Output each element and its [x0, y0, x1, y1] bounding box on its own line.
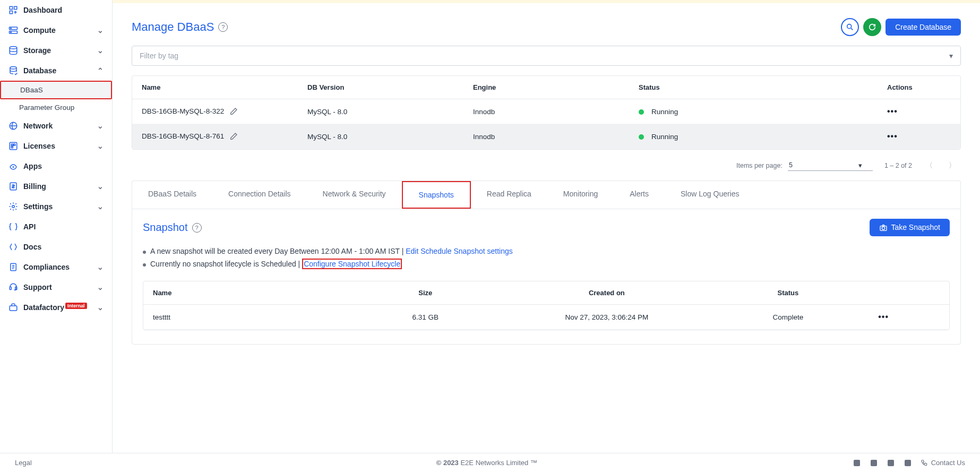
apps-icon: [8, 161, 18, 171]
sidebar-item-compute[interactable]: Compute ⌄: [0, 20, 112, 40]
take-snapshot-button[interactable]: Take Snapshot: [870, 219, 950, 236]
items-per-page-select[interactable]: 5 ▾: [788, 160, 873, 171]
datafactory-icon: [8, 303, 18, 312]
svg-rect-26: [888, 460, 894, 466]
sidebar-item-storage[interactable]: Storage ⌄: [0, 40, 112, 61]
filter-placeholder: Filter by tag: [140, 52, 178, 60]
row-actions-button[interactable]: •••: [887, 107, 898, 116]
tab-read-replica[interactable]: Read Replica: [471, 181, 547, 209]
sidebar: Dashboard Compute ⌄ Storage ⌄ Database ⌃…: [0, 0, 113, 472]
tab-snapshots[interactable]: Snapshots: [402, 181, 471, 209]
row-actions-button[interactable]: •••: [878, 312, 889, 321]
svg-point-16: [12, 205, 15, 208]
sidebar-item-docs[interactable]: Docs: [0, 237, 112, 257]
chevron-up-icon: ⌃: [97, 66, 104, 75]
svg-point-14: [13, 167, 14, 168]
snapshots-table: Name Size Created on Status testttt 6.31…: [143, 281, 949, 330]
sidebar-item-database[interactable]: Database ⌃: [0, 61, 112, 81]
tab-monitoring[interactable]: Monitoring: [547, 181, 614, 209]
svg-point-21: [847, 24, 852, 29]
chevron-down-icon: ⌄: [97, 263, 104, 271]
databases-table: Name DB Version Engine Status Actions DB…: [132, 76, 960, 149]
svg-rect-1: [14, 6, 17, 9]
table-row[interactable]: DBS-16GB-MySQL-8-322 MySQL - 8.0 Innodb …: [132, 99, 960, 124]
col-snap-created: Created on: [506, 281, 708, 305]
items-per-page-label: Items per page:: [736, 162, 783, 170]
filter-by-tag[interactable]: Filter by tag ▾: [132, 46, 961, 66]
configure-lifecycle-link[interactable]: Configure Snapshot Lifecycle: [302, 259, 402, 269]
edit-icon[interactable]: [229, 132, 238, 141]
refresh-button[interactable]: [863, 18, 881, 36]
sidebar-item-api[interactable]: API: [0, 217, 112, 237]
sidebar-item-label: Apps: [23, 162, 104, 170]
sidebar-sub-parameter-group[interactable]: Parameter Group: [0, 99, 112, 116]
sidebar-item-label: Support: [23, 283, 92, 291]
sidebar-item-label: API: [23, 222, 104, 231]
chevron-down-icon: ⌄: [97, 122, 104, 130]
svg-point-7: [10, 47, 17, 49]
facebook-icon[interactable]: [870, 459, 878, 467]
page-next-button[interactable]: 〉: [947, 161, 958, 170]
internal-badge: Internal: [65, 303, 87, 309]
edit-icon[interactable]: [229, 107, 238, 116]
tab-network-security[interactable]: Network & Security: [307, 181, 402, 209]
snapshot-panel: Snapshot ? Take Snapshot A new snapshot …: [132, 209, 961, 345]
api-icon: [8, 222, 18, 231]
col-engine: Engine: [463, 76, 629, 99]
chevron-down-icon: ⌄: [97, 26, 104, 35]
svg-point-23: [882, 227, 885, 229]
sidebar-item-billing[interactable]: Billing ⌄: [0, 176, 112, 196]
snapshot-schedule-info: A new snapshot will be created every Day…: [143, 246, 950, 258]
help-icon[interactable]: ?: [218, 22, 228, 32]
sidebar-item-licenses[interactable]: Licenses ⌄: [0, 136, 112, 156]
sidebar-sub-dbaas[interactable]: DBaaS: [0, 81, 112, 99]
linkedin-icon[interactable]: [853, 459, 861, 467]
contact-us-link[interactable]: Contact Us: [921, 459, 965, 467]
twitter-icon[interactable]: [887, 459, 895, 467]
sidebar-item-apps[interactable]: Apps: [0, 156, 112, 176]
col-snap-status: Status: [708, 281, 869, 305]
svg-point-5: [11, 28, 12, 29]
page-prev-button[interactable]: 〈: [924, 161, 935, 170]
help-icon[interactable]: ?: [192, 223, 202, 233]
sidebar-item-settings[interactable]: Settings ⌄: [0, 196, 112, 217]
sidebar-item-dashboard[interactable]: Dashboard: [0, 0, 112, 20]
sidebar-item-label: Licenses: [23, 142, 92, 150]
chevron-down-icon: ⌄: [97, 202, 104, 211]
create-database-button[interactable]: Create Database: [886, 19, 961, 36]
row-actions-button[interactable]: •••: [887, 132, 898, 141]
snap-status: Complete: [708, 305, 869, 330]
svg-rect-27: [905, 460, 911, 466]
table-row[interactable]: testttt 6.31 GB Nov 27, 2023, 3:06:24 PM…: [143, 305, 949, 330]
col-status: Status: [629, 76, 878, 99]
rss-icon[interactable]: [904, 459, 912, 467]
sidebar-item-label: Database: [23, 66, 92, 75]
sidebar-item-compliances[interactable]: Compliances ⌄: [0, 257, 112, 277]
database-icon: [8, 66, 18, 75]
edit-schedule-link[interactable]: Edit Schedule Snapshot settings: [406, 247, 513, 255]
search-button[interactable]: [841, 18, 859, 36]
tab-alerts[interactable]: Alerts: [614, 181, 665, 209]
sidebar-item-label: DatafactoryInternal: [23, 303, 92, 312]
caret-down-icon: ▾: [949, 52, 953, 60]
sidebar-item-datafactory[interactable]: DatafactoryInternal ⌄: [0, 297, 112, 317]
sidebar-item-network[interactable]: Network ⌄: [0, 116, 112, 136]
table-row[interactable]: DBS-16GB-MySQL-8-761 MySQL - 8.0 Innodb …: [132, 124, 960, 149]
status-dot-icon: [639, 134, 644, 140]
svg-point-8: [10, 67, 16, 70]
databases-table-card: Name DB Version Engine Status Actions DB…: [132, 75, 961, 150]
snap-size: 6.31 GB: [345, 305, 506, 330]
sidebar-item-label: Docs: [23, 243, 104, 251]
sidebar-item-support[interactable]: Support ⌄: [0, 277, 112, 297]
detail-tabs: DBaaS Details Connection Details Network…: [132, 181, 961, 209]
licenses-icon: [8, 141, 18, 151]
db-status: Running: [651, 133, 678, 141]
tab-dbaas-details[interactable]: DBaaS Details: [132, 181, 212, 209]
db-engine: Innodb: [463, 124, 629, 149]
legal-link[interactable]: Legal: [15, 459, 32, 467]
tab-connection-details[interactable]: Connection Details: [212, 181, 307, 209]
bullet-icon: [143, 251, 146, 254]
db-version: MySQL - 8.0: [298, 124, 463, 149]
tab-slow-log-queries[interactable]: Slow Log Queries: [665, 181, 755, 209]
sidebar-item-label: Compliances: [23, 263, 92, 271]
